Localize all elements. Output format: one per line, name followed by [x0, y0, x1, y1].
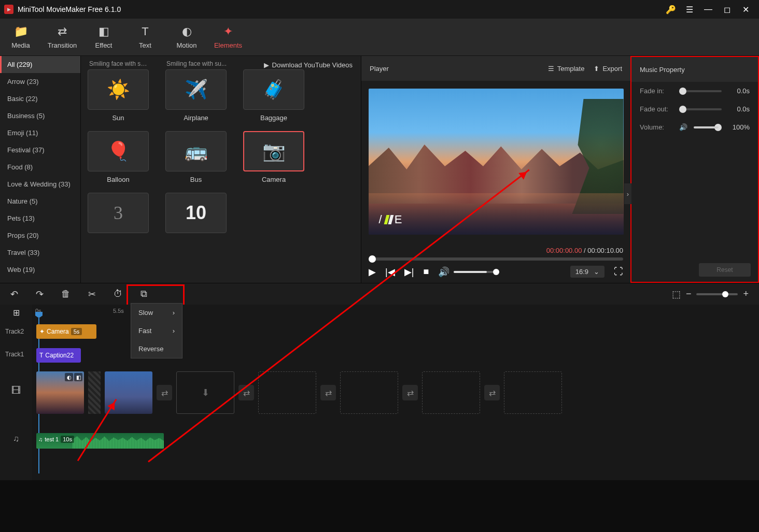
add-track-icon[interactable]: ⊞: [0, 305, 32, 320]
menu-icon[interactable]: ☰: [680, 0, 699, 19]
element-bus[interactable]: 🚌Bus: [165, 131, 227, 183]
license-key-icon[interactable]: 🔑: [662, 0, 680, 19]
tab-effect[interactable]: ◧ Effect: [83, 19, 124, 55]
collapse-properties-icon[interactable]: ›: [624, 183, 631, 204]
transition-icon: ⇄: [58, 25, 67, 38]
volume-value: 100%: [728, 123, 750, 131]
chevron-down-icon: ⌄: [594, 268, 599, 276]
video-slot-empty[interactable]: [340, 371, 398, 414]
element-camera[interactable]: 📷Camera: [243, 131, 305, 183]
template-button[interactable]: ☰Template: [548, 65, 585, 73]
menu-reverse[interactable]: Reverse: [131, 340, 182, 358]
category-festival[interactable]: Festival (37): [0, 141, 80, 159]
aspect-ratio-select[interactable]: 16:9 ⌄: [570, 266, 605, 278]
category-web[interactable]: Web (19): [0, 261, 80, 278]
transition-placeholder[interactable]: ⇄: [320, 385, 336, 400]
category-emoji[interactable]: Emoji (11): [0, 124, 80, 141]
tab-motion[interactable]: ◐ Motion: [166, 19, 207, 55]
reset-button[interactable]: Reset: [699, 263, 751, 277]
tab-media[interactable]: 📁 Media: [0, 19, 41, 55]
element-countdown-10[interactable]: 10: [165, 193, 227, 237]
layers-icon: ☰: [548, 65, 554, 73]
playhead[interactable]: [35, 312, 43, 318]
fade-out-slider[interactable]: [679, 108, 722, 110]
minimize-icon[interactable]: —: [699, 0, 718, 19]
zoom-in-icon[interactable]: +: [743, 289, 749, 299]
motion-icon: ◐: [182, 25, 192, 38]
volume-icon[interactable]: 🔊: [438, 266, 449, 278]
redo-icon[interactable]: ↷: [36, 289, 44, 300]
top-tabs: 📁 Media ⇄ Transition ◧ Effect T Text ◐ M…: [0, 19, 759, 56]
tab-transition[interactable]: ⇄ Transition: [41, 19, 83, 55]
player-volume-slider[interactable]: [454, 271, 495, 273]
next-icon[interactable]: ▶|: [404, 266, 414, 278]
category-nature[interactable]: Nature (5): [0, 193, 80, 210]
transition-gap[interactable]: [88, 371, 101, 414]
prev-icon[interactable]: |◀: [385, 266, 395, 278]
seek-bar[interactable]: [369, 257, 623, 261]
tab-elements[interactable]: ✦ Elements: [207, 19, 249, 55]
transition-placeholder[interactable]: ⇄: [402, 385, 418, 400]
category-arrow[interactable]: Arrow (23): [0, 73, 80, 90]
split-icon[interactable]: ✂: [88, 289, 96, 300]
menu-slow[interactable]: Slow›: [131, 304, 182, 322]
category-props[interactable]: Props (20): [0, 227, 80, 244]
category-basic[interactable]: Basic (22): [0, 90, 80, 107]
elements-icon: ✦: [223, 25, 233, 38]
crop-icon[interactable]: ⧉: [140, 289, 147, 299]
element-sun[interactable]: ☀️Sun: [87, 69, 149, 122]
speed-menu: Slow› Fast› Reverse: [131, 303, 182, 358]
element-label-truncated: Smiling face with su...: [166, 60, 227, 67]
category-all[interactable]: All (229): [0, 56, 80, 73]
element-balloon[interactable]: 🎈Balloon: [87, 131, 149, 183]
video-clip-2[interactable]: [105, 371, 152, 414]
fade-in-slider[interactable]: [679, 90, 722, 92]
category-food[interactable]: Food (8): [0, 159, 80, 176]
category-travel[interactable]: Travel (33): [0, 244, 80, 261]
speed-icon[interactable]: ⏱: [114, 289, 123, 299]
clip-caption[interactable]: T Caption22: [36, 348, 81, 363]
volume-slider[interactable]: [694, 126, 722, 128]
export-button[interactable]: ⬆Export: [594, 65, 622, 73]
zoom-slider[interactable]: [696, 293, 738, 295]
category-love-wedding[interactable]: Love & Wedding (33): [0, 176, 80, 193]
transition-placeholder[interactable]: ⇄: [238, 385, 254, 400]
copy-badge-icon: ◧: [74, 373, 82, 381]
audio-clip[interactable]: ♫ test 1 10s: [36, 433, 164, 449]
video-frame[interactable]: / E: [369, 89, 624, 235]
audio-track-icon: ♫: [0, 426, 32, 452]
transition-placeholder[interactable]: ⇄: [484, 385, 500, 400]
video-slot-empty[interactable]: [422, 371, 480, 414]
fullscreen-icon[interactable]: ⛶: [614, 266, 623, 277]
video-track[interactable]: ◐◧ ⇄ ⬇ ⇄ ⇄ ⇄ ⇄: [32, 368, 759, 418]
tab-text[interactable]: T Text: [124, 19, 166, 55]
transition-placeholder[interactable]: ⇄: [157, 385, 172, 400]
category-pets[interactable]: Pets (13): [0, 210, 80, 227]
close-icon[interactable]: ✕: [736, 0, 755, 19]
video-slot-empty[interactable]: [258, 371, 316, 414]
element-countdown-3[interactable]: 3: [87, 193, 149, 237]
app-logo: ▶: [4, 5, 13, 14]
category-business[interactable]: Business (5): [0, 107, 80, 124]
download-youtube-link[interactable]: ▶ Download YouTube Videos: [264, 61, 353, 69]
element-baggage[interactable]: 🧳Baggage: [243, 69, 305, 122]
stop-icon[interactable]: ■: [423, 266, 429, 277]
menu-fast[interactable]: Fast›: [131, 322, 182, 340]
audio-track[interactable]: ♫ test 1 10s: [32, 428, 759, 454]
speaker-icon[interactable]: 🔊: [679, 123, 687, 131]
maximize-icon[interactable]: ◻: [718, 0, 736, 19]
delete-icon[interactable]: 🗑: [61, 289, 71, 299]
clip-camera[interactable]: ✦ Camera 5s: [36, 324, 96, 339]
video-overlay: / E: [379, 213, 403, 226]
fit-icon[interactable]: ⬚: [672, 289, 681, 300]
total-time: 00:00:10.00: [587, 247, 623, 254]
video-slot-download[interactable]: ⬇: [176, 371, 234, 414]
element-airplane[interactable]: ✈️Airplane: [165, 69, 227, 122]
undo-icon[interactable]: ↶: [10, 289, 18, 300]
zoom-out-icon[interactable]: −: [686, 289, 692, 299]
titlebar: ▶ MiniTool MovieMaker Free 6.1.0 🔑 ☰ — ◻…: [0, 0, 759, 19]
play-icon[interactable]: ▶: [369, 266, 376, 278]
element-label-truncated: Smiling face with sm...: [89, 60, 150, 67]
video-clip-1[interactable]: ◐◧: [36, 371, 84, 414]
video-slot-empty[interactable]: [504, 371, 562, 414]
